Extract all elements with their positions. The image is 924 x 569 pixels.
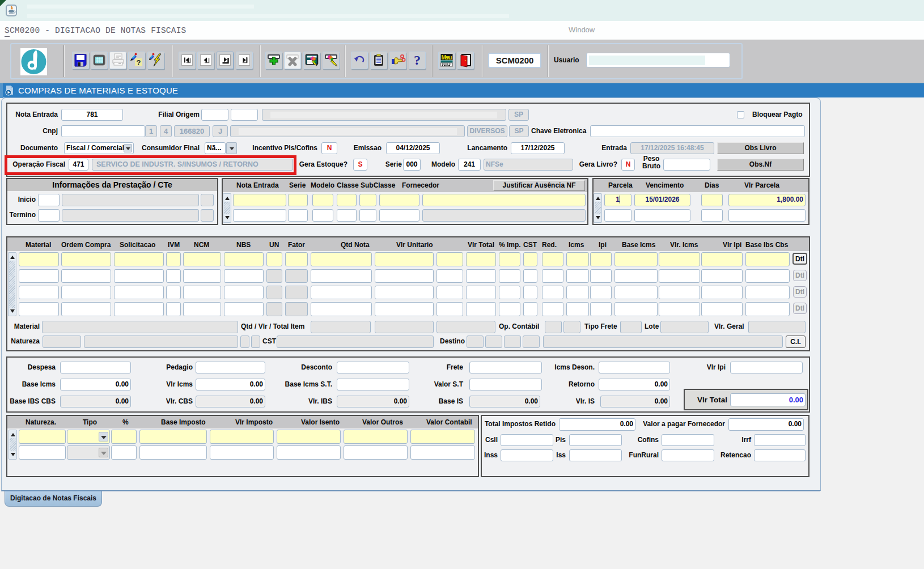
svg-text:?: ? <box>414 53 421 67</box>
svg-text:?: ? <box>137 58 141 67</box>
svg-text:Meau: Meau <box>442 54 452 61</box>
